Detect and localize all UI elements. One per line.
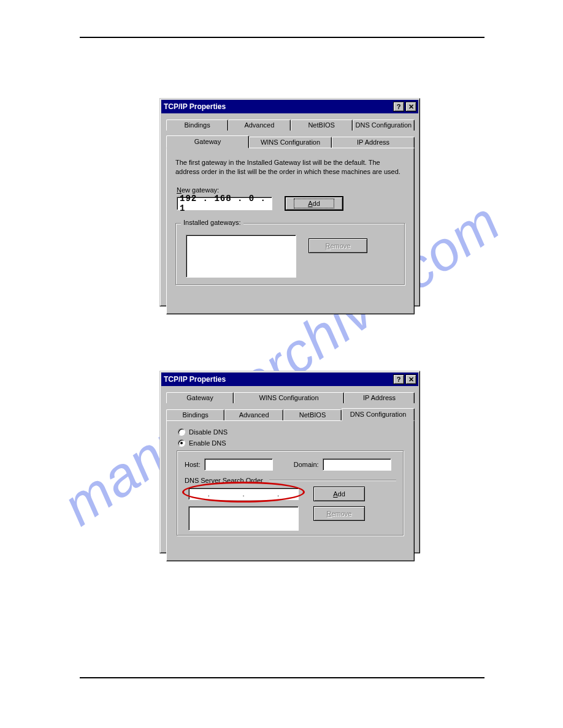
enable-dns-label: Enable DNS	[189, 439, 226, 447]
tab-row-back: Gateway WINS Configuration IP Address	[166, 391, 415, 403]
tab-wins-configuration[interactable]: WINS Configuration	[249, 137, 332, 148]
close-button[interactable]: ✕	[405, 102, 416, 112]
disable-dns-row[interactable]: Disable DNS	[178, 428, 407, 436]
dialog-title: TCP/IP Properties	[164, 102, 392, 111]
close-button[interactable]: ✕	[405, 374, 416, 384]
domain-label: Domain:	[294, 461, 319, 468]
installed-gateways-group: Installed gateways: Remove	[175, 223, 405, 286]
gateway-tab-panel: The first gateway in the Installed Gatew…	[166, 148, 415, 314]
installed-gateways-label: Installed gateways:	[181, 219, 243, 226]
page-bottom-rule	[80, 677, 484, 678]
tab-ip-address[interactable]: IP Address	[344, 392, 415, 403]
dns-settings-frame: Host: Domain: DNS Server Search Order ..…	[177, 450, 404, 536]
remove-gateway-button[interactable]: Remove	[308, 238, 367, 253]
divider	[269, 480, 396, 481]
tab-advanced[interactable]: Advanced	[224, 409, 283, 420]
titlebar: TCP/IP Properties ? ✕	[161, 100, 418, 113]
tab-gateway[interactable]: Gateway	[166, 392, 234, 403]
tab-netbios[interactable]: NetBIOS	[291, 119, 353, 131]
tab-bindings[interactable]: Bindings	[166, 119, 228, 131]
dns-server-list[interactable]	[188, 506, 299, 531]
radio-icon	[178, 428, 185, 436]
dns-tab-panel: Disable DNS Enable DNS Host: Domain: DNS…	[166, 420, 415, 561]
host-input[interactable]	[204, 458, 273, 471]
help-button[interactable]: ?	[393, 374, 404, 384]
host-label: Host:	[185, 461, 201, 468]
radio-icon	[178, 439, 185, 447]
page-top-rule	[80, 37, 484, 38]
domain-input[interactable]	[323, 458, 391, 471]
tcpip-properties-dialog-dns: TCP/IP Properties ? ✕ Gateway WINS Confi…	[159, 371, 420, 553]
new-gateway-input[interactable]: 192 . 168 . 0 . 1	[177, 197, 272, 210]
remove-dns-button[interactable]: Remove	[313, 506, 365, 521]
tab-row-front: Gateway WINS Configuration IP Address	[166, 135, 415, 148]
add-gateway-button[interactable]: Add	[285, 196, 343, 211]
tab-bindings[interactable]: Bindings	[166, 409, 224, 420]
dns-search-order-label: DNS Server Search Order	[185, 477, 267, 484]
tab-netbios[interactable]: NetBIOS	[283, 409, 342, 420]
tab-wins-configuration[interactable]: WINS Configuration	[234, 392, 344, 403]
help-button[interactable]: ?	[393, 102, 404, 112]
enable-dns-row[interactable]: Enable DNS	[178, 439, 407, 447]
installed-gateways-list[interactable]	[186, 235, 296, 278]
dns-server-input[interactable]: ...	[188, 488, 299, 500]
gateway-help-text: The first gateway in the Installed Gatew…	[175, 158, 405, 176]
tab-dns-configuration[interactable]: DNS Configuration	[353, 119, 415, 131]
tcpip-properties-dialog-gateway: TCP/IP Properties ? ✕ Bindings Advanced …	[159, 98, 420, 306]
tab-row-front: Bindings Advanced NetBIOS DNS Configurat…	[166, 408, 415, 420]
add-dns-button[interactable]: Add	[313, 487, 365, 501]
new-gateway-label: New gateway:	[177, 186, 407, 194]
tab-gateway[interactable]: Gateway	[166, 135, 249, 148]
tab-advanced[interactable]: Advanced	[228, 119, 290, 131]
dialog-title: TCP/IP Properties	[164, 375, 392, 384]
tab-row-back: Bindings Advanced NetBIOS DNS Configurat…	[166, 118, 415, 131]
tab-dns-configuration[interactable]: DNS Configuration	[342, 408, 415, 421]
tab-ip-address[interactable]: IP Address	[332, 137, 415, 148]
titlebar: TCP/IP Properties ? ✕	[161, 373, 418, 386]
disable-dns-label: Disable DNS	[189, 428, 228, 436]
